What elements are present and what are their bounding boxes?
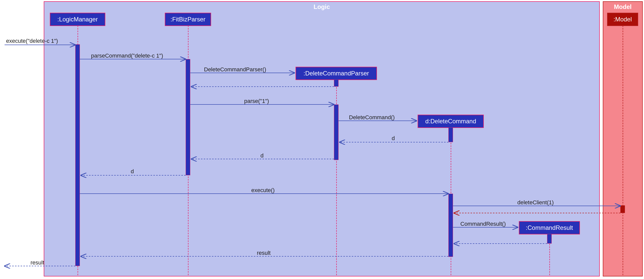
logic-manager-activation: [75, 44, 80, 266]
delete-command-activation-2: [448, 194, 453, 257]
delete-command-activation-1: [448, 127, 453, 142]
delete-command-parser-activation-2: [334, 104, 339, 160]
msg-result-1: result: [257, 250, 271, 256]
delete-command-parser-activation-1: [334, 79, 339, 87]
msg-delete-command-parser-ctor: DeleteCommandParser(): [204, 66, 266, 73]
delete-command-parser-head: :DeleteCommandParser: [296, 67, 377, 80]
model-activation: [620, 205, 625, 213]
model-head: :Model: [607, 13, 638, 26]
msg-d-3: d: [131, 168, 134, 175]
msg-d-2: d: [260, 152, 264, 159]
msg-delete-client: deleteClient(1): [517, 199, 554, 206]
fitbiz-parser-activation: [186, 59, 190, 175]
msg-execute-in: execute("delete-c 1"): [6, 38, 58, 44]
msg-command-result-ctor: CommandResult(): [460, 221, 506, 227]
msg-result-2: result: [31, 259, 44, 266]
command-result-activation: [547, 234, 552, 244]
msg-delete-command-ctor: DeleteCommand(): [349, 114, 395, 121]
logic-frame: Logic: [44, 1, 600, 276]
msg-parse: parse("1"): [244, 98, 269, 104]
model-lifeline: [623, 25, 623, 275]
delete-command-head: d:DeleteCommand: [418, 115, 484, 128]
logic-frame-label: Logic: [314, 3, 330, 10]
msg-parse-command: parseCommand("delete-c 1"): [91, 52, 163, 59]
msg-execute: execute(): [251, 187, 275, 194]
fitbiz-parser-head: :FitBizParser: [165, 13, 211, 26]
command-result-head: :CommandResult: [519, 221, 580, 234]
model-frame-label: Model: [614, 3, 632, 10]
msg-d-1: d: [392, 135, 395, 142]
logic-manager-head: :LogicManager: [50, 13, 105, 26]
